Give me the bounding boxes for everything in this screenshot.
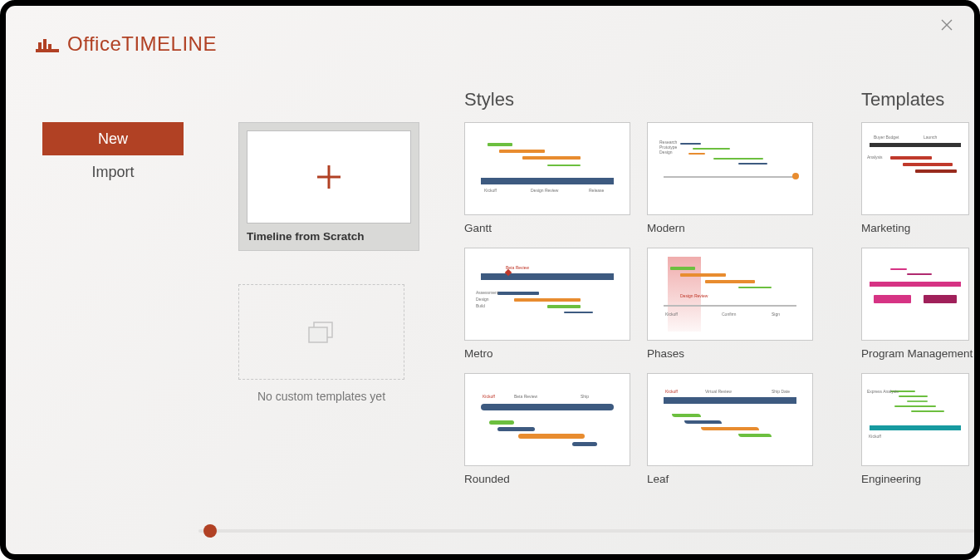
- preview-metro: Beta Review Assessment Design Build: [473, 257, 622, 332]
- svg-rect-0: [36, 49, 59, 52]
- scratch-card[interactable]: Timeline from Scratch: [238, 122, 419, 251]
- template-card-marketing[interactable]: Buyer Budget Launch Analysis Marketing: [861, 122, 974, 234]
- style-card-rounded[interactable]: Kickoff Beta Review Ship Rounded: [464, 373, 630, 485]
- custom-empty-label: No custom templates yet: [238, 390, 404, 403]
- preview-engineering: Express Analysis Kickoff: [865, 382, 965, 457]
- horizontal-scrollbar[interactable]: [198, 529, 974, 533]
- svg-rect-3: [48, 44, 51, 49]
- preview-rounded: Kickoff Beta Review Ship: [473, 382, 622, 457]
- template-label: Engineering: [861, 473, 974, 485]
- svg-rect-1: [38, 42, 42, 49]
- close-icon: [941, 19, 953, 31]
- preview-marketing: Buyer Budget Launch Analysis: [865, 131, 965, 206]
- scratch-tile[interactable]: [247, 130, 411, 224]
- templates-grid: Buyer Budget Launch Analysis Marketing: [861, 122, 974, 485]
- scratch-label: Timeline from Scratch: [247, 230, 411, 243]
- style-label: Metro: [464, 347, 630, 360]
- template-card-program[interactable]: Program Management: [861, 248, 974, 360]
- logo-icon: [36, 34, 59, 54]
- preview-modern: Research Prototype Design: [655, 131, 805, 206]
- scrollbar-thumb[interactable]: [203, 524, 217, 538]
- templates-title: Templates: [861, 89, 974, 111]
- styles-grid: Kickoff Design Review Release Gantt: [464, 122, 830, 485]
- style-card-leaf[interactable]: Kickoff Virtual Review Ship Date Leaf: [647, 373, 813, 485]
- style-label: Phases: [647, 347, 813, 360]
- template-card-engineering[interactable]: Express Analysis Kickoff Engineering: [861, 373, 974, 485]
- app-window: OfficeTIMELINE New Import Timeline from …: [0, 0, 980, 560]
- style-card-metro[interactable]: Beta Review Assessment Design Build Metr…: [464, 248, 630, 360]
- custom-empty-tile: [238, 284, 404, 380]
- stack-icon: [307, 321, 336, 344]
- brand-light: Office: [67, 32, 121, 55]
- styles-column: Styles Kickoff Design Review Release Gan…: [464, 89, 830, 513]
- svg-rect-2: [43, 39, 47, 49]
- main-area: Timeline from Scratch No custom template…: [238, 89, 974, 513]
- style-label: Leaf: [647, 473, 813, 485]
- preview-gantt: Kickoff Design Review Release: [473, 131, 622, 206]
- style-label: Gantt: [464, 222, 630, 234]
- templates-column: Templates Buyer Budget Launch Analysis M…: [861, 89, 974, 513]
- preview-phases: Design Review Kickoff Confirm Sign: [655, 257, 805, 332]
- style-card-phases[interactable]: Design Review Kickoff Confirm Sign Phase…: [647, 248, 813, 360]
- template-label: Program Management: [861, 347, 974, 360]
- preview-leaf: Kickoff Virtual Review Ship Date: [655, 382, 805, 457]
- custom-templates-card: No custom templates yet: [238, 284, 404, 403]
- app-logo: OfficeTIMELINE: [36, 32, 217, 56]
- style-card-modern[interactable]: Research Prototype Design Modern: [647, 122, 813, 234]
- close-button[interactable]: [941, 19, 956, 34]
- logo-text: OfficeTIMELINE: [67, 32, 217, 56]
- nav-import[interactable]: Import: [42, 155, 184, 189]
- styles-title: Styles: [464, 89, 830, 111]
- brand-bold: TIMELINE: [121, 32, 217, 55]
- sidebar: New Import: [42, 122, 184, 189]
- template-label: Marketing: [861, 222, 974, 234]
- style-label: Modern: [647, 222, 813, 234]
- svg-rect-5: [309, 327, 327, 342]
- create-column: Timeline from Scratch No custom template…: [238, 89, 429, 513]
- nav-new[interactable]: New: [42, 122, 184, 155]
- style-card-gantt[interactable]: Kickoff Design Review Release Gantt: [464, 122, 630, 234]
- plus-icon: [314, 162, 344, 192]
- style-label: Rounded: [464, 473, 630, 485]
- preview-program: [865, 257, 965, 332]
